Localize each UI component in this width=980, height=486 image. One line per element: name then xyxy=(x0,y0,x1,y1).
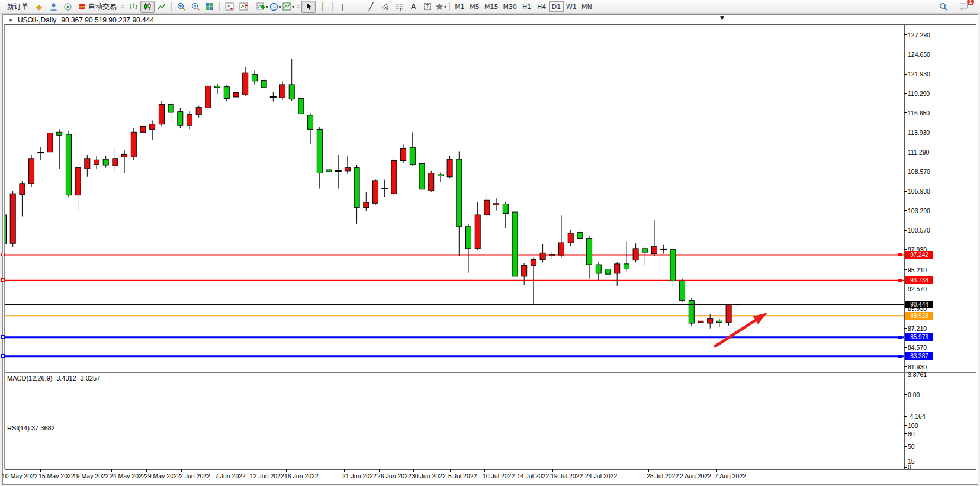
date-label: 26 Jun 2022 xyxy=(377,472,412,479)
tab-w1[interactable]: W1 xyxy=(564,1,579,12)
pane-separator[interactable] xyxy=(5,421,976,421)
line-handle[interactable] xyxy=(898,279,902,282)
line-handle[interactable] xyxy=(898,355,902,358)
macd-histogram xyxy=(5,375,711,416)
tab-m30[interactable]: M30 xyxy=(501,1,520,12)
date-label: 28 Jul 2022 xyxy=(647,472,679,479)
candle-chart-button[interactable] xyxy=(140,1,155,13)
rsi-tick-label: 100 xyxy=(908,422,918,429)
line-handle[interactable] xyxy=(898,336,902,339)
zoom-out-icon[interactable] xyxy=(188,1,203,13)
candles-layer xyxy=(5,59,741,329)
axis-separator xyxy=(904,24,905,469)
periods-button[interactable]: ▾ xyxy=(269,1,282,13)
label-icon[interactable]: T xyxy=(420,1,435,13)
price-tick-label: 92.570 xyxy=(908,285,927,292)
auto-scroll-icon[interactable] xyxy=(222,1,236,13)
price-tick-label: 124.650 xyxy=(908,51,930,58)
new-order-button[interactable]: 新订单 xyxy=(4,1,32,13)
trendline-icon[interactable]: ╱ xyxy=(364,1,378,13)
autotrading-button[interactable]: 自动交易 xyxy=(75,1,120,13)
price-tick-label: 100.570 xyxy=(908,227,930,234)
crosshair-icon[interactable]: ┼ xyxy=(316,1,330,13)
line-handle[interactable] xyxy=(898,253,902,256)
tab-m15[interactable]: M15 xyxy=(482,1,501,12)
chart-shift-marker[interactable]: ▼ xyxy=(720,15,724,21)
macd-pane[interactable]: MACD(12,26,9) -3.4312 -3.0257 xyxy=(5,374,904,420)
toolbar-grip xyxy=(121,2,124,11)
price-badge: 97.242 xyxy=(905,251,933,259)
pane-separator[interactable] xyxy=(5,371,976,371)
trend-arrow[interactable] xyxy=(714,313,767,347)
chevron-down-icon[interactable]: ▾ xyxy=(266,4,268,9)
channel-icon[interactable]: E xyxy=(378,1,392,13)
profile-icon[interactable] xyxy=(46,1,60,13)
chat-icon[interactable]: 1 xyxy=(956,1,971,13)
horizontal-line-icon[interactable]: ─ xyxy=(349,1,364,13)
tab-mn[interactable]: MN xyxy=(579,1,595,12)
date-tick-mark xyxy=(286,469,287,472)
date-tick-mark xyxy=(648,469,649,472)
tab-m1[interactable]: M1 xyxy=(452,1,467,12)
line-handle[interactable] xyxy=(1,335,5,339)
main-chart-pane[interactable] xyxy=(5,25,904,370)
date-axis-border xyxy=(5,469,976,470)
axis-tick-mark xyxy=(904,416,907,417)
search-icon[interactable] xyxy=(936,1,950,13)
signal-icon[interactable] xyxy=(60,1,75,13)
hlines-layer[interactable] xyxy=(5,255,904,356)
date-label: 16 Jun 2022 xyxy=(284,472,319,479)
shapes-icon xyxy=(435,2,444,11)
date-label: 29 May 2022 xyxy=(144,472,181,479)
text-icon[interactable]: A xyxy=(406,1,420,13)
chevron-down-icon[interactable]: ▾ xyxy=(279,4,281,9)
market-watch-icon[interactable]: ◆ xyxy=(32,1,46,13)
toolbar-separator xyxy=(171,2,172,11)
date-tick-mark xyxy=(146,469,147,472)
price-tick-label: 84.570 xyxy=(908,344,927,351)
date-label: 12 Jun 2022 xyxy=(250,472,284,479)
bar-chart-button[interactable] xyxy=(126,1,140,13)
date-label: 24 Jul 2022 xyxy=(585,472,617,479)
tab-h4[interactable]: H4 xyxy=(534,1,549,12)
cursor-icon[interactable] xyxy=(301,1,316,13)
tab-d1[interactable]: D1 xyxy=(549,1,564,12)
date-label: 7 Aug 2022 xyxy=(715,472,746,479)
axis-tick-mark xyxy=(904,347,907,348)
axis-tick-mark xyxy=(904,394,907,395)
rsi-tick-label: 80 xyxy=(908,430,915,437)
line-handle[interactable] xyxy=(1,253,5,256)
date-label: 10 Jul 2022 xyxy=(483,472,515,479)
line-handle[interactable] xyxy=(1,278,5,282)
pane-separator[interactable] xyxy=(5,372,976,373)
tab-m5[interactable]: M5 xyxy=(467,1,482,12)
templates-button[interactable]: ▾ xyxy=(282,1,295,13)
axis-tick-mark xyxy=(904,54,907,54)
axis-tick-mark xyxy=(904,152,907,152)
price-tick-label: 116.650 xyxy=(908,110,930,117)
new-chart-button[interactable]: ▾ xyxy=(256,1,269,13)
shapes-button[interactable]: ▾ xyxy=(435,1,447,13)
collapse-arrow-icon[interactable]: ▼ xyxy=(8,18,13,23)
price-badge: 93.738 xyxy=(905,276,933,284)
zoom-in-icon[interactable] xyxy=(174,1,188,13)
chart-shift-icon[interactable] xyxy=(236,1,250,13)
axis-tick-mark xyxy=(904,74,907,75)
date-tick-mark xyxy=(344,469,345,472)
tile-windows-icon[interactable] xyxy=(203,1,217,13)
tab-h1[interactable]: H1 xyxy=(519,1,534,12)
fibonacci-icon[interactable]: F xyxy=(392,1,406,13)
chevron-down-icon[interactable]: ▾ xyxy=(444,4,446,9)
date-label: 10 May 2022 xyxy=(2,472,38,479)
price-tick-label: 119.290 xyxy=(908,90,930,97)
date-label: 19 Jul 2022 xyxy=(551,472,583,479)
price-tick-label: 108.570 xyxy=(908,168,930,175)
chevron-down-icon[interactable]: ▾ xyxy=(292,4,294,9)
rsi-pane[interactable]: RSI(14) 37.3682 xyxy=(5,423,904,469)
line-chart-button[interactable] xyxy=(155,1,169,13)
line-handle[interactable] xyxy=(1,354,5,358)
macd-signal-line xyxy=(5,376,710,414)
axis-tick-mark xyxy=(904,366,907,367)
price-badge: 88.928 xyxy=(905,312,933,320)
vertical-line-icon[interactable]: | xyxy=(335,1,349,13)
